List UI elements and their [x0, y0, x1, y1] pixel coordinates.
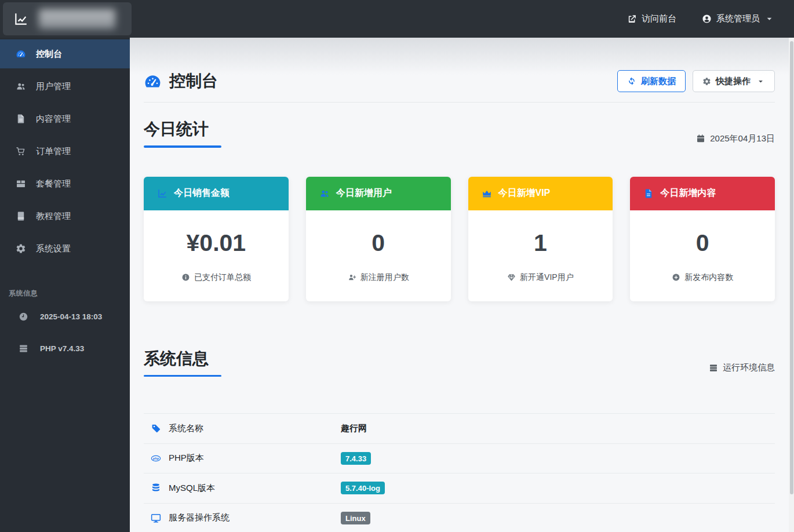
- tag-icon: [151, 423, 161, 433]
- user-plus-icon: [348, 273, 356, 282]
- stat-card-new-vip: 今日新增VIP 1 新开通VIP用户: [468, 177, 613, 301]
- admin-name-label: 系统管理员: [716, 13, 760, 24]
- status-badge: 7.4.33: [341, 452, 371, 465]
- php-version-label: PHP v7.4.33: [40, 344, 84, 353]
- stat-card-sales: 今日销售金额 ¥0.01 已支付订单总额: [144, 177, 289, 301]
- visit-frontend-label: 访问前台: [642, 13, 676, 24]
- title-underline: [144, 375, 221, 377]
- sidebar-item-label: 系统设置: [36, 243, 71, 254]
- stat-card-new-content: 今日新增内容 0 新发布内容数: [630, 177, 775, 301]
- file-icon: [16, 114, 26, 124]
- page-title-text: 控制台: [169, 70, 218, 92]
- system-info-header: 系统信息 运行环境信息: [144, 348, 775, 377]
- status-badge: 5.7.40-log: [341, 482, 385, 494]
- row-label: 服务器操作系统: [144, 512, 341, 523]
- external-link-icon: [627, 14, 637, 24]
- sidebar-item-dashboard[interactable]: 控制台: [0, 39, 130, 68]
- sidebar-item-label: 教程管理: [36, 211, 71, 222]
- row-label: PHP版本: [144, 453, 341, 464]
- table-row-php-version: PHP版本 7.4.33: [144, 443, 775, 473]
- date-label: 2025年04月13日: [710, 133, 775, 144]
- stat-card-header: 今日新增用户: [306, 177, 451, 210]
- sidebar-item-label: 用户管理: [36, 81, 71, 92]
- sidebar-item-label: 内容管理: [36, 114, 71, 125]
- system-info-title: 系统信息: [144, 348, 221, 377]
- vertical-scrollbar: [789, 38, 794, 532]
- gauge-icon: [144, 72, 162, 90]
- user-circle-icon: [702, 14, 712, 24]
- users-icon: [319, 188, 330, 199]
- gauge-icon: [16, 49, 26, 59]
- sidebar-datetime: 2025-04-13 18:03: [0, 302, 130, 331]
- scrollbar-thumb[interactable]: [790, 41, 793, 494]
- gear-icon: [16, 243, 26, 254]
- stat-value: ¥0.01: [144, 229, 289, 257]
- sidebar-item-settings[interactable]: 系统设置: [0, 234, 130, 263]
- database-icon: [151, 483, 161, 493]
- table-row-mysql-version: MySQL版本 5.7.40-log: [144, 473, 775, 503]
- title-underline: [144, 145, 221, 148]
- sidebar: 控制台 用户管理 内容管理 订单管理 套餐管理 教程管理 系统设置 系统信息 2…: [0, 38, 130, 532]
- header-divider: [144, 102, 775, 103]
- sidebar-item-orders[interactable]: 订单管理: [0, 137, 130, 166]
- caret-down-icon: [764, 14, 774, 24]
- today-stats-title: 今日统计: [144, 118, 221, 148]
- cart-icon: [16, 146, 26, 156]
- table-row-server-os: 服务器操作系统 Linux: [144, 503, 775, 532]
- caret-down-icon: [756, 77, 765, 86]
- stat-card-header: 今日新增VIP: [468, 177, 613, 210]
- status-badge: Linux: [341, 512, 370, 524]
- today-date: 2025年04月13日: [696, 133, 775, 148]
- stat-value: 0: [630, 229, 775, 257]
- chart-line-icon: [157, 188, 167, 199]
- top-navbar: 访问前台 系统管理员: [0, 0, 794, 38]
- package-icon: [16, 178, 26, 189]
- sidebar-item-label: 订单管理: [36, 146, 71, 157]
- page-title: 控制台: [144, 70, 218, 92]
- server-icon: [19, 344, 28, 354]
- admin-dropdown[interactable]: 系统管理员: [702, 13, 774, 24]
- server-icon: [709, 363, 718, 373]
- table-row-system-name: 系统名称 趣行网: [144, 413, 775, 443]
- gem-icon: [507, 273, 516, 282]
- sidebar-item-users[interactable]: 用户管理: [0, 72, 130, 101]
- stat-card-header: 今日销售金额: [144, 177, 289, 210]
- file-icon: [643, 188, 654, 199]
- top-shadow: [130, 38, 794, 75]
- calendar-icon: [696, 134, 705, 143]
- stat-footer: 已支付订单总额: [144, 272, 289, 283]
- page-header: 控制台 刷新数据 快捷操作: [144, 70, 775, 92]
- plus-circle-icon: [672, 273, 680, 282]
- brand-logo[interactable]: [3, 2, 132, 35]
- visit-frontend-link[interactable]: 访问前台: [627, 13, 676, 24]
- sync-icon: [627, 76, 636, 86]
- sidebar-info-header: 系统信息: [9, 289, 130, 298]
- stat-footer: 新开通VIP用户: [468, 272, 613, 283]
- runtime-env-label: 运行环境信息: [709, 362, 775, 377]
- quick-actions-button[interactable]: 快捷操作: [693, 70, 775, 92]
- php-icon: [151, 453, 161, 464]
- today-stats-header: 今日统计 2025年04月13日: [144, 118, 775, 148]
- row-label: MySQL版本: [144, 483, 341, 494]
- refresh-data-button[interactable]: 刷新数据: [617, 70, 686, 92]
- book-icon: [16, 211, 26, 221]
- row-value: 趣行网: [341, 423, 367, 434]
- crown-icon: [482, 188, 492, 199]
- stat-value: 0: [306, 229, 451, 257]
- stat-cards-row: 今日销售金额 ¥0.01 已支付订单总额 今日新增用户 0 新注册用户数 今日新…: [144, 177, 775, 301]
- chart-line-icon: [13, 12, 28, 27]
- sidebar-item-content[interactable]: 内容管理: [0, 104, 130, 133]
- sidebar-item-tutorials[interactable]: 教程管理: [0, 202, 130, 231]
- stat-footer: 新发布内容数: [630, 272, 775, 283]
- stat-card-new-users: 今日新增用户 0 新注册用户数: [306, 177, 451, 301]
- datetime-label: 2025-04-13 18:03: [40, 312, 102, 321]
- users-icon: [16, 81, 26, 92]
- desktop-icon: [151, 513, 161, 523]
- main-content: 控制台 刷新数据 快捷操作 今日统计 2025年04月13日: [130, 38, 794, 532]
- system-info-table: 系统名称 趣行网 PHP版本 7.4.33 MySQL版本 5.7.40-log…: [144, 413, 775, 532]
- brand-name-redacted: [39, 9, 115, 29]
- stat-card-header: 今日新增内容: [630, 177, 775, 210]
- sidebar-item-packages[interactable]: 套餐管理: [0, 169, 130, 198]
- row-label: 系统名称: [144, 423, 341, 434]
- sidebar-item-label: 套餐管理: [36, 178, 71, 190]
